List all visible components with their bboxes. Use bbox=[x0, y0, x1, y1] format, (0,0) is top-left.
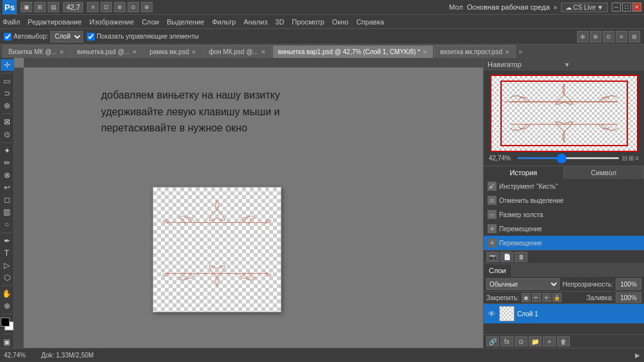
tool-lasso[interactable]: ⊃ bbox=[1, 88, 14, 99]
tab-3-close[interactable]: ✕ bbox=[261, 49, 266, 55]
history-item-4[interactable]: ✛ Перемещение bbox=[484, 236, 644, 250]
menu-help[interactable]: Справка bbox=[356, 18, 384, 26]
menu-icon-2[interactable]: ⊞ bbox=[34, 2, 46, 12]
menu-icon-7[interactable]: ⊙ bbox=[128, 2, 139, 12]
auto-select-dropdown[interactable]: Слой bbox=[50, 31, 83, 43]
opt-icon-5[interactable]: ⊞ bbox=[629, 31, 640, 43]
layer-delete[interactable]: 🗑 bbox=[557, 336, 570, 347]
menu-view[interactable]: Просмотр bbox=[292, 18, 324, 26]
tool-gradient[interactable]: ▥ bbox=[1, 206, 14, 218]
layer-opacity-input[interactable] bbox=[616, 278, 641, 290]
navigator-zoom-slider[interactable] bbox=[517, 157, 620, 159]
tool-path-select[interactable]: ▷ bbox=[1, 260, 14, 271]
tabs-overflow-arrow[interactable]: » bbox=[516, 48, 524, 55]
opt-icon-4[interactable]: ≡ bbox=[616, 31, 627, 43]
menu-icon-4[interactable]: ≡ bbox=[87, 2, 99, 12]
history-new-snapshot[interactable]: 📷 bbox=[486, 252, 499, 262]
layer-mask[interactable]: ⊙ bbox=[515, 336, 527, 347]
tool-shape[interactable]: ⬡ bbox=[1, 272, 14, 283]
opt-icon-1[interactable]: ⊕ bbox=[577, 31, 589, 43]
tool-eraser[interactable]: ◻ bbox=[1, 194, 14, 205]
tool-heal[interactable]: ✦ bbox=[1, 145, 14, 157]
tool-pen[interactable]: ✒ bbox=[1, 234, 14, 246]
tool-eyedropper[interactable]: ⊙ bbox=[1, 129, 14, 140]
navigator-header[interactable]: Навигатор ▼ bbox=[484, 58, 644, 71]
lock-image[interactable]: ✏ bbox=[532, 293, 541, 302]
tab-3[interactable]: фон МК.psd @... ✕ bbox=[203, 45, 271, 58]
nav-icon-3[interactable]: ≡ bbox=[635, 155, 639, 162]
nav-icon-2[interactable]: ⊞ bbox=[629, 155, 634, 162]
tool-crop[interactable]: ⊠ bbox=[1, 116, 14, 128]
tool-select-rect[interactable]: ▭ bbox=[1, 75, 14, 87]
history-item-2[interactable]: ▭ Размер холста bbox=[484, 207, 644, 222]
tab-2[interactable]: рамка мк.psd ✕ bbox=[144, 45, 202, 58]
history-delete[interactable]: 🗑 bbox=[515, 252, 527, 262]
tool-history-brush[interactable]: ↩ bbox=[1, 182, 14, 193]
history-item-1[interactable]: ⊡ Отменить выделение bbox=[484, 193, 644, 207]
lock-all[interactable]: 🔒 bbox=[553, 293, 562, 302]
document-canvas[interactable] bbox=[153, 187, 281, 312]
tab-2-close[interactable]: ✕ bbox=[191, 49, 196, 55]
layer-link[interactable]: 🔗 bbox=[486, 336, 499, 347]
tab-1-close[interactable]: ✕ bbox=[132, 49, 137, 55]
history-tab-symbol[interactable]: Символ bbox=[564, 166, 645, 179]
tab-0-close[interactable]: ✕ bbox=[59, 49, 64, 55]
menu-icon-8[interactable]: ⊕ bbox=[141, 2, 153, 12]
maximize-button[interactable]: □ bbox=[622, 3, 631, 12]
tool-brush[interactable]: ✏ bbox=[1, 157, 14, 169]
show-controls-checkbox[interactable] bbox=[87, 33, 95, 41]
tab-4[interactable]: виньетка вар1.psd @ 42,7% (Слой 1, CMYK/… bbox=[272, 45, 434, 58]
auto-select-checkbox[interactable] bbox=[4, 33, 12, 41]
cs-live-button[interactable]: ☁ CS Live ▼ bbox=[561, 3, 608, 12]
lock-position[interactable]: ✛ bbox=[542, 293, 551, 302]
menu-image[interactable]: Изображение bbox=[90, 18, 134, 26]
menu-filter[interactable]: Фильтр bbox=[212, 18, 236, 26]
layer-group[interactable]: 📁 bbox=[529, 336, 542, 347]
zoom-display[interactable]: 42,7 bbox=[63, 2, 83, 12]
tool-screen-mode[interactable]: ▣ bbox=[1, 336, 14, 348]
layer-eye-0[interactable]: 👁 bbox=[486, 309, 497, 319]
workspace-arrow[interactable]: » bbox=[554, 4, 558, 11]
tab-5[interactable]: визитка мк.прост.psd ✕ bbox=[434, 45, 516, 58]
layer-fx[interactable]: fx bbox=[500, 336, 513, 347]
menu-select[interactable]: Выделение bbox=[167, 18, 204, 26]
menu-file[interactable]: Файл bbox=[3, 18, 20, 26]
menu-3d[interactable]: 3D bbox=[275, 18, 284, 26]
opt-icon-3[interactable]: ⊙ bbox=[603, 31, 614, 43]
history-tab-history[interactable]: История bbox=[484, 166, 564, 179]
lock-transparent[interactable]: ▣ bbox=[522, 293, 531, 302]
menu-edit[interactable]: Редактирование bbox=[28, 18, 82, 26]
menu-icon-6[interactable]: ⊗ bbox=[114, 2, 126, 12]
tool-text[interactable]: T bbox=[1, 247, 14, 259]
tab-1[interactable]: виньетка.psd @... ✕ bbox=[71, 45, 143, 58]
close-button[interactable]: ✕ bbox=[632, 3, 641, 12]
tool-move[interactable]: ✛ bbox=[1, 59, 14, 71]
menu-window[interactable]: Окно bbox=[332, 18, 349, 26]
tab-4-close[interactable]: ✕ bbox=[422, 49, 428, 55]
tool-zoom[interactable]: ⊕ bbox=[1, 300, 14, 312]
opt-icon-2[interactable]: ⊗ bbox=[590, 31, 601, 43]
menu-analyze[interactable]: Анализ bbox=[243, 18, 267, 26]
layers-tab-layers[interactable]: Слои bbox=[484, 264, 512, 277]
tool-magic-wand[interactable]: ⊛ bbox=[1, 100, 14, 111]
tool-hand[interactable]: ✋ bbox=[1, 288, 14, 300]
tool-dodge[interactable]: ○ bbox=[1, 218, 14, 230]
layer-blend-mode[interactable]: Обычные bbox=[486, 278, 560, 290]
tab-0[interactable]: Визитка МК @... ✕ bbox=[3, 45, 70, 58]
menu-icon-5[interactable]: ⊡ bbox=[100, 2, 112, 12]
menu-icon-3[interactable]: ▤ bbox=[48, 2, 59, 12]
tool-clone[interactable]: ⊗ bbox=[1, 169, 14, 181]
menu-icon-1[interactable]: ▣ bbox=[21, 2, 32, 12]
navigator-collapse-icon[interactable]: ▼ bbox=[564, 61, 641, 68]
status-arrow[interactable]: ▶ bbox=[635, 352, 640, 359]
history-item-3[interactable]: ✛ Перемещение bbox=[484, 222, 644, 236]
history-item-0[interactable]: 🖌 Инструмент "Кисть" bbox=[484, 179, 644, 193]
foreground-color[interactable] bbox=[1, 318, 10, 327]
fill-input[interactable] bbox=[616, 292, 641, 303]
history-create-doc[interactable]: 📄 bbox=[500, 252, 513, 262]
layer-item-0[interactable]: 👁 Слой 1 bbox=[484, 304, 644, 323]
nav-icon-1[interactable]: ⊟ bbox=[622, 155, 627, 162]
menu-layers[interactable]: Слои bbox=[142, 18, 159, 26]
tab-5-close[interactable]: ✕ bbox=[505, 49, 510, 55]
layer-new[interactable]: + bbox=[543, 336, 556, 347]
